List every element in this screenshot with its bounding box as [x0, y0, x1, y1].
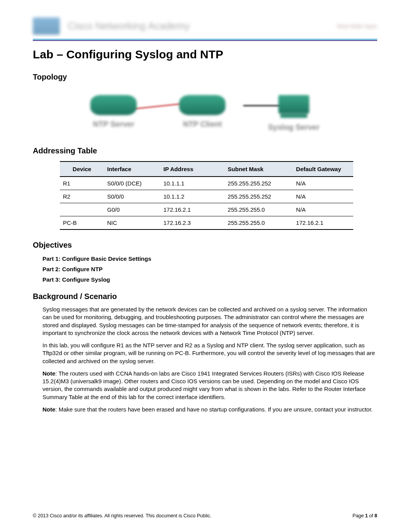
document-header: Cisco Networking Academy Mind Wide Open	[33, 15, 377, 37]
background-section: Background / Scenario Syslog messages th…	[33, 292, 377, 413]
device-ntp-client: NTP Client	[179, 95, 225, 129]
copyright-text: © 2013 Cisco and/or its affiliates. All …	[33, 513, 211, 518]
background-note-para: Note: The routers used with CCNA hands-o…	[42, 370, 377, 401]
col-device: Device	[60, 161, 104, 177]
objective-item: Part 3: Configure Syslog	[42, 276, 377, 283]
topology-section: Topology NTP Server NTP Client	[33, 73, 377, 136]
col-ip: IP Address	[160, 161, 225, 177]
page-prefix: Page	[352, 513, 365, 518]
col-interface: Interface	[104, 161, 161, 177]
objectives-section: Objectives Part 1: Configure Basic Devic…	[33, 241, 377, 283]
note-label: Note	[42, 370, 55, 377]
background-para: Syslog messages that are generated by th…	[42, 306, 377, 337]
logo-block: Cisco Networking Academy	[33, 17, 190, 35]
device-label: Syslog Server	[268, 123, 319, 132]
router-icon	[90, 95, 137, 115]
cell-mask: 255.255.255.252	[225, 190, 293, 203]
col-mask: Subnet Mask	[225, 161, 293, 177]
background-heading: Background / Scenario	[33, 292, 377, 301]
table-row: G0/0 172.16.2.1 255.255.255.0 N/A	[60, 203, 353, 216]
table-row: PC-B NIC 172.16.2.3 255.255.255.0 172.16…	[60, 216, 353, 230]
addressing-table: Device Interface IP Address Subnet Mask …	[60, 161, 353, 230]
table-header-row: Device Interface IP Address Subnet Mask …	[60, 161, 353, 177]
note-label: Note	[42, 406, 55, 413]
page-footer: © 2013 Cisco and/or its affiliates. All …	[33, 513, 377, 518]
page-current: 1	[365, 513, 368, 518]
cell-iface: S0/0/0 (DCE)	[104, 177, 161, 190]
cell-mask: 255.255.255.0	[225, 203, 293, 216]
note-body: : Make sure that the routers have been e…	[55, 406, 373, 413]
addressing-section: Addressing Table Device Interface IP Add…	[33, 146, 377, 230]
objective-item: Part 2: Configure NTP	[42, 266, 377, 272]
device-label: NTP Client	[183, 120, 222, 129]
cell-iface: G0/0	[104, 203, 161, 216]
col-gateway: Default Gateway	[293, 161, 353, 177]
cell-ip: 172.16.2.3	[160, 216, 225, 230]
page-title: Lab – Configuring Syslog and NTP	[33, 48, 377, 61]
device-label: NTP Server	[93, 120, 134, 129]
cell-mask: 255.255.255.252	[225, 177, 293, 190]
accent-bar	[33, 39, 377, 41]
background-para: In this lab, you will configure R1 as th…	[42, 342, 377, 365]
cell-gw: 172.16.2.1	[293, 216, 353, 230]
cell-iface: S0/0/0	[104, 190, 161, 203]
addressing-heading: Addressing Table	[33, 146, 377, 155]
page-sep: of	[368, 513, 374, 518]
cell-ip: 10.1.1.2	[160, 190, 225, 203]
pc-icon	[276, 95, 311, 118]
cell-ip: 172.16.2.1	[160, 203, 225, 216]
cell-iface: NIC	[104, 216, 161, 230]
header-right-text: Mind Wide Open	[337, 23, 377, 29]
cell-mask: 255.255.255.0	[225, 216, 293, 230]
objective-item: Part 1: Configure Basic Device Settings	[42, 255, 377, 262]
device-ntp-server: NTP Server	[90, 95, 137, 129]
cell-device: R2	[60, 190, 104, 203]
topology-diagram: NTP Server NTP Client Syslog Server	[33, 87, 377, 136]
router-icon	[179, 95, 225, 115]
cell-gw: N/A	[293, 177, 353, 190]
note-body: : The routers used with CCNA hands-on la…	[42, 370, 366, 400]
cisco-logo-icon	[33, 17, 60, 35]
device-syslog-server: Syslog Server	[268, 95, 319, 132]
cell-ip: 10.1.1.1	[160, 177, 225, 190]
background-note-para: Note: Make sure that the routers have be…	[42, 406, 377, 413]
cell-device: PC-B	[60, 216, 104, 230]
cell-device: R1	[60, 177, 104, 190]
table-row: R1 S0/0/0 (DCE) 10.1.1.1 255.255.255.252…	[60, 177, 353, 190]
topology-heading: Topology	[33, 73, 377, 82]
page-number: Page 1 of 8	[352, 513, 377, 518]
cell-gw: N/A	[293, 190, 353, 203]
objectives-heading: Objectives	[33, 241, 377, 250]
academy-title: Cisco Networking Academy	[68, 20, 190, 32]
cell-device	[60, 203, 104, 216]
table-row: R2 S0/0/0 10.1.1.2 255.255.255.252 N/A	[60, 190, 353, 203]
page-total: 8	[374, 513, 377, 518]
cell-gw: N/A	[293, 203, 353, 216]
